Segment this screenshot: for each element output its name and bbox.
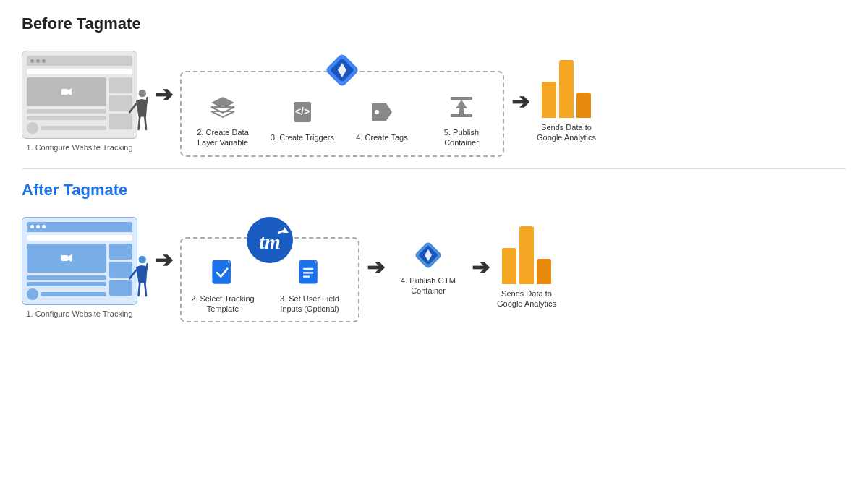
before-section: Before Tagmate [22,14,846,157]
svg-line-4 [146,98,148,104]
after-bars [502,226,551,284]
publish-icon [446,91,477,123]
svg-rect-17 [451,97,472,100]
after-tm-steps: 2. Select Tracking Template [190,257,349,314]
trigger-svg: </> [288,98,317,127]
arrow1-after: ➔ [155,247,173,273]
after-step3: 3. Set User Field Inputs (Optional) [270,257,349,314]
template-icon [207,257,239,289]
before-video [27,77,106,106]
fields-svg [297,259,323,288]
before-step1: 1. Configure Website Tracking [22,51,137,152]
trigger-icon: </> [286,96,318,128]
arrow2-after: ➔ [367,254,385,280]
svg-rect-20 [61,255,68,261]
arrow3-after: ➔ [472,254,490,280]
svg-rect-16 [451,114,472,117]
before-mockup-content [27,77,132,134]
row1 [27,109,106,114]
before-step4-label: 4. Create Tags [356,132,407,142]
svg-line-5 [139,117,140,130]
after-search-bar [27,235,132,241]
before-gtm-steps: 2. Create Data Layer Variable </> 3. Cre… [190,91,494,148]
svg-line-3 [129,104,136,112]
tm-logo: tm [247,217,293,263]
after-step4-label: 4. Publish GTM Container [392,275,464,296]
arrow1-before: ➔ [155,82,173,107]
before-search-bar [27,69,132,74]
after-section: After Tagmate [22,181,846,323]
svg-rect-19 [459,108,464,114]
before-step3-label: 3. Create Triggers [271,132,334,142]
svg-rect-34 [303,267,313,269]
after-person-figure [122,254,150,305]
after-step3-label: 3. Set User Field Inputs (Optional) [270,294,349,314]
after-camera-icon [61,254,72,262]
after-step2-label: 2. Select Tracking Template [190,294,255,314]
before-analytics: Sends Data toGoogle Analytics [537,60,596,143]
before-gtm-box: 2. Create Data Layer Variable </> 3. Cre… [180,71,504,157]
after-video [27,244,106,273]
svg-line-25 [139,283,140,296]
after-tm-box: tm [180,237,359,323]
before-bars [542,60,591,118]
after-rows [27,275,106,300]
tm-logo-wrap: tm [247,217,293,263]
after-title: After Tagmate [22,181,846,200]
svg-line-26 [145,283,146,296]
svg-text:tm: tm [259,231,281,253]
before-flow: 1. Configure Website Tracking ➔ [22,46,846,157]
after-mockup-screen [22,217,137,305]
after-analytics: Sends Data toGoogle Analytics [497,226,556,309]
svg-point-15 [375,110,379,114]
tag-icon [366,96,398,128]
svg-rect-35 [303,272,313,273]
bar2 [559,60,574,118]
row2 [27,116,106,120]
template-svg [210,259,236,288]
after-step2: 2. Select Tracking Template [190,257,255,314]
after-flow: 1. Configure Website Tracking ➔ tm [22,213,846,323]
publish-svg [447,93,476,121]
svg-line-23 [129,270,136,278]
svg-point-22 [139,256,147,264]
after-sends-label: Sends Data toGoogle Analytics [497,288,556,309]
before-rows [27,109,106,134]
before-step2: 2. Create Data Layer Variable [190,91,255,148]
after-mockup-left [27,244,106,300]
before-step5-label: 5. Publish Container [429,127,494,148]
before-mockup-left [27,77,106,134]
dot4 [30,225,34,228]
gtm-logo-before [323,51,362,93]
before-step2-label: 2. Create Data Layer Variable [190,127,255,148]
tm-logo-svg: tm [248,218,292,262]
fields-icon [294,257,326,289]
before-step3: </> 3. Create Triggers [270,96,335,142]
after-mockup-content [27,244,132,300]
before-play-icon [61,85,72,98]
after-row3 [41,292,106,296]
after-step1: 1. Configure Website Tracking [22,217,137,318]
svg-marker-1 [68,88,72,95]
before-sends-label: Sends Data toGoogle Analytics [537,122,596,143]
after-bar2 [519,226,534,284]
after-step1-label: 1. Configure Website Tracking [22,309,137,318]
svg-line-6 [145,117,146,130]
svg-rect-32 [213,260,231,283]
before-mockup-bar [27,56,132,66]
gtm-publish-icon [412,239,444,271]
before-step1-label: 1. Configure Website Tracking [22,143,137,152]
svg-rect-36 [303,275,310,277]
svg-point-2 [139,90,147,98]
dot3 [42,59,46,63]
after-bar3 [537,259,551,284]
svg-marker-18 [456,100,467,108]
after-avatar [27,288,38,300]
arrow2-before: ➔ [511,89,529,114]
gtm-publish-svg [412,236,444,275]
after-row3-wrap [27,288,106,300]
svg-text:</>: </> [295,106,310,117]
after-row1 [27,275,106,280]
layers-icon [207,91,239,123]
before-title: Before Tagmate [22,14,846,33]
